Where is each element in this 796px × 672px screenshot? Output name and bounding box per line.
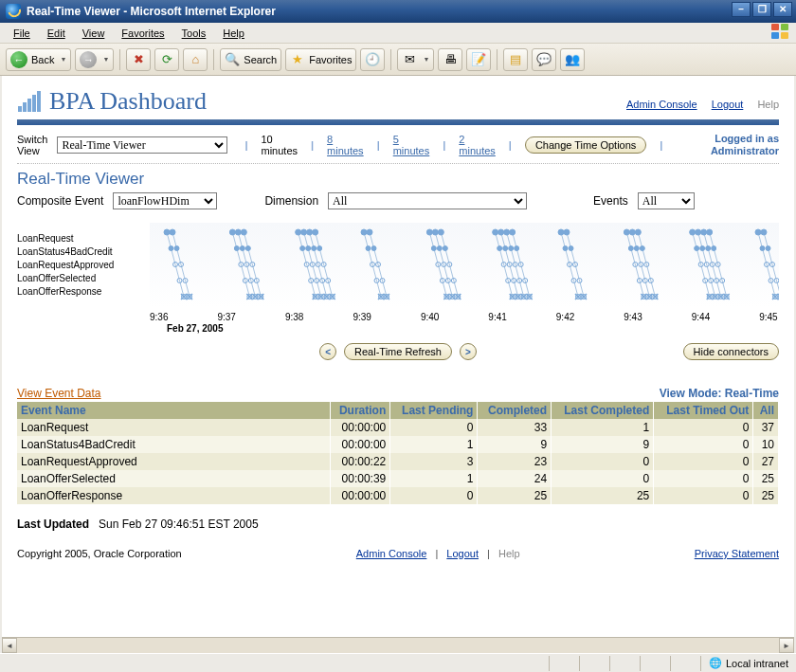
print-button[interactable]: 🖶 <box>438 48 462 71</box>
scroll-right-button[interactable]: > <box>460 343 477 360</box>
svg-point-152 <box>706 246 711 251</box>
realtime-refresh-button[interactable]: Real-Time Refresh <box>344 343 452 360</box>
menu-file[interactable]: File <box>6 26 38 41</box>
col-last-completed[interactable]: Last Completed <box>552 402 654 419</box>
history-icon: 🕘 <box>365 52 380 67</box>
chart-y-labels: LoanRequest LoanStatus4BadCredit LoanReq… <box>17 223 150 308</box>
stop-button[interactable]: ✖ <box>126 48 151 71</box>
close-button[interactable]: ✕ <box>773 2 792 17</box>
change-time-options-button[interactable]: Change Time Options <box>525 136 646 154</box>
edit-button[interactable]: 📝 <box>466 48 491 71</box>
footer-logout-link[interactable]: Logout <box>446 548 479 559</box>
time-2min[interactable]: 2minutes <box>459 134 496 156</box>
col-all[interactable]: All <box>753 402 779 419</box>
switch-view-select[interactable]: Real-Time Viewer <box>57 136 227 154</box>
svg-point-49 <box>313 229 318 235</box>
svg-point-68 <box>431 246 436 251</box>
scroll-left-button[interactable]: < <box>319 343 336 360</box>
minimize-button[interactable]: – <box>732 2 751 17</box>
horizontal-scrollbar[interactable]: ◄ ► <box>2 637 794 653</box>
window-title: Real-Time Viewer - Microsoft Internet Ex… <box>27 5 276 18</box>
col-last-timed-out[interactable]: Last Timed Out <box>654 402 753 419</box>
privacy-statement-link[interactable]: Privacy Statement <box>695 548 779 559</box>
link-help[interactable]: Help <box>757 99 779 110</box>
footer-admin-link[interactable]: Admin Console <box>356 548 427 559</box>
home-button[interactable]: ⌂ <box>183 48 208 71</box>
table-row[interactable]: LoanOfferResponse00:00:0002525025 <box>17 487 779 504</box>
view-event-data-link[interactable]: View Event Data <box>17 387 101 400</box>
svg-point-7 <box>170 229 175 235</box>
security-zone: 🌐 Local intranet <box>700 656 796 671</box>
scroll-right-arrow[interactable]: ► <box>779 638 794 653</box>
menu-help[interactable]: Help <box>215 26 252 41</box>
scroll-left-arrow[interactable]: ◄ <box>2 638 17 653</box>
time-5min[interactable]: 5minutes <box>393 134 430 156</box>
toolbar: ←Back▼ →▼ ✖ ⟳ ⌂ 🔍Search ★Favorites 🕘 ✉▼ … <box>0 44 796 76</box>
forward-button[interactable]: →▼ <box>75 48 114 71</box>
events-label: Events <box>593 194 628 208</box>
svg-point-140 <box>695 246 699 251</box>
svg-point-13 <box>229 229 235 235</box>
mail-icon: ✉ <box>402 52 417 67</box>
search-button[interactable]: 🔍Search <box>220 48 281 71</box>
time-10min[interactable]: 10minutes <box>261 134 298 156</box>
app-window: Real-Time Viewer - Microsoft Internet Ex… <box>0 0 796 672</box>
table-row[interactable]: LoanRequestApproved00:00:223230027 <box>17 453 779 470</box>
back-button[interactable]: ←Back▼ <box>6 48 71 71</box>
mail-button[interactable]: ✉▼ <box>397 48 434 71</box>
svg-point-37 <box>301 229 307 235</box>
events-select[interactable]: All <box>638 192 695 209</box>
svg-point-98 <box>509 246 514 251</box>
svg-point-110 <box>563 246 568 251</box>
favorites-button[interactable]: ★Favorites <box>285 48 356 71</box>
svg-point-103 <box>510 229 516 235</box>
maximize-button[interactable]: ❐ <box>752 2 771 17</box>
col-duration[interactable]: Duration <box>330 402 390 419</box>
svg-point-116 <box>569 246 573 251</box>
home-icon: ⌂ <box>188 52 203 67</box>
menu-edit[interactable]: Edit <box>40 26 73 41</box>
star-icon: ★ <box>290 52 305 67</box>
edit-icon: 📝 <box>471 52 486 67</box>
hide-connectors-button[interactable]: Hide connectors <box>683 343 780 360</box>
menu-tools[interactable]: Tools <box>174 26 214 41</box>
table-row[interactable]: LoanRequest00:00:000331037 <box>17 419 779 436</box>
messenger-button[interactable]: 👥 <box>560 48 585 71</box>
time-8min[interactable]: 8minutes <box>327 134 364 156</box>
chart-x-axis: 9:369:37 9:389:39 9:409:41 9:429:43 9:44… <box>150 312 779 322</box>
time-links: | 10minutes | 8minutes | 5minutes | 2min… <box>244 134 662 156</box>
svg-point-2 <box>169 246 173 251</box>
col-event-name[interactable]: Event Name <box>17 402 330 419</box>
discuss-button[interactable]: 💬 <box>532 48 556 71</box>
top-links: Admin Console Logout Help <box>615 99 779 110</box>
link-logout[interactable]: Logout <box>712 99 744 110</box>
svg-point-61 <box>367 229 372 235</box>
svg-point-50 <box>317 246 322 251</box>
col-last-pending[interactable]: Last Pending <box>390 402 478 419</box>
history-button[interactable]: 🕘 <box>360 48 385 71</box>
link-admin-console[interactable]: Admin Console <box>626 99 697 110</box>
menu-favorites[interactable]: Favorites <box>114 26 172 41</box>
note-icon: ▤ <box>508 52 523 67</box>
refresh-button[interactable]: ⟳ <box>154 48 179 71</box>
dimension-select[interactable]: All <box>328 192 527 209</box>
dimension-label: Dimension <box>264 194 318 208</box>
table-row[interactable]: LoanStatus4BadCredit00:00:00199010 <box>17 436 779 453</box>
col-completed[interactable]: Completed <box>478 402 552 419</box>
view-mode-label: View Mode: Real-Time <box>660 387 779 400</box>
svg-point-8 <box>174 246 179 251</box>
logged-in-label: Logged in asAdministrator <box>711 133 779 157</box>
composite-event-select[interactable]: loanFlowHDim <box>113 192 217 209</box>
copyright-text: Copyright 2005, Oracle Corporation <box>17 548 182 559</box>
extra1-button[interactable]: ▤ <box>503 48 528 71</box>
stop-icon: ✖ <box>131 52 146 67</box>
svg-point-56 <box>366 246 371 251</box>
svg-point-19 <box>235 229 241 235</box>
menu-view[interactable]: View <box>75 26 113 41</box>
svg-point-26 <box>245 246 250 251</box>
footer-help-link[interactable]: Help <box>498 548 520 559</box>
event-data-table: Event Name Duration Last Pending Complet… <box>17 402 779 504</box>
brand-title: BPA Dashboard <box>49 87 207 116</box>
table-row[interactable]: LoanOfferSelected00:00:391240025 <box>17 470 779 487</box>
page: BPA Dashboard Admin Console Logout Help … <box>2 76 794 637</box>
